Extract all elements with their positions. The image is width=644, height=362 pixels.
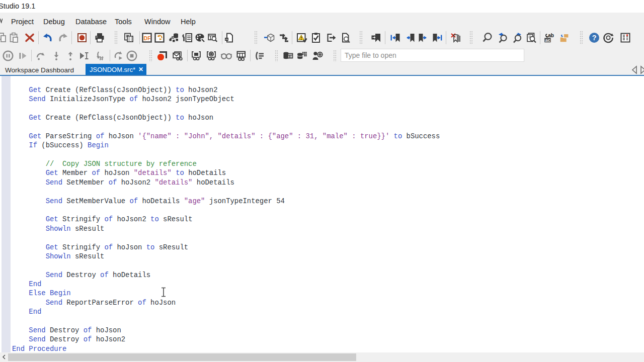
svg-text:?: ? (592, 34, 597, 42)
svg-text:DF: DF (144, 35, 151, 41)
svg-text:ac: ac (545, 38, 550, 43)
svg-text:ab: ab (548, 33, 554, 38)
svg-text:T: T (288, 55, 290, 58)
